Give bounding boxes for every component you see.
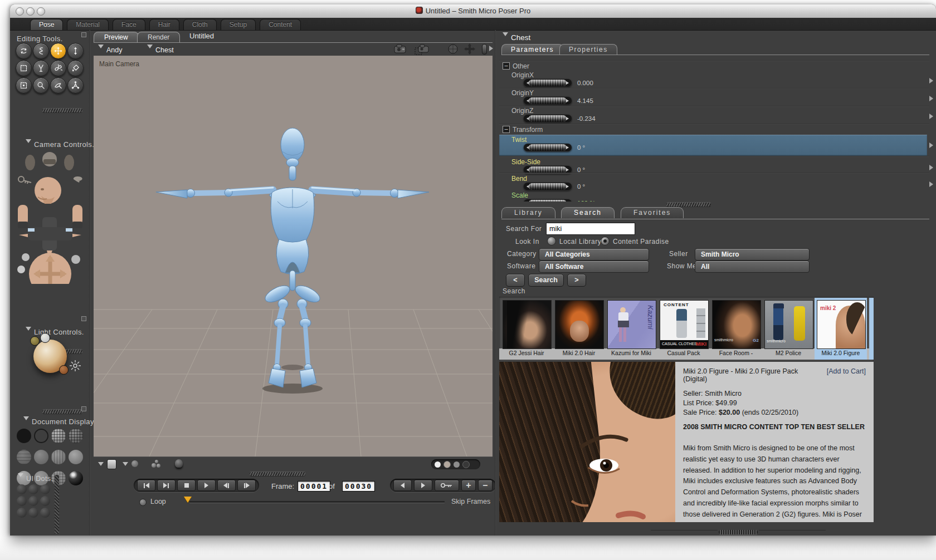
next-page-button[interactable]: > — [567, 274, 586, 287]
tracking-menu-icon[interactable] — [123, 462, 128, 469]
twist-tool-icon[interactable] — [33, 43, 49, 59]
add-key-button[interactable]: + — [461, 480, 476, 491]
tab-content[interactable]: Content — [260, 19, 301, 30]
library-resize-grip[interactable] — [719, 530, 758, 534]
tracking-ball-icon[interactable] — [131, 460, 138, 467]
tab-hair[interactable]: Hair — [149, 19, 179, 30]
mode-dot-4[interactable] — [462, 461, 470, 468]
param-originz-menu-arrow[interactable] — [929, 114, 936, 119]
ui-dot[interactable] — [40, 508, 50, 518]
direct-manipulation-tool-icon[interactable] — [67, 77, 84, 94]
result-thumb-miki-2-figure[interactable]: miki 2 — [817, 300, 866, 349]
display-hidden-line-icon[interactable] — [17, 450, 31, 464]
first-frame-button[interactable] — [137, 480, 155, 491]
result-thumb-miki-2-hair[interactable] — [555, 300, 604, 349]
step-back-button[interactable] — [217, 480, 236, 491]
param-scale-label[interactable]: Scale — [511, 191, 528, 199]
ui-dot[interactable] — [28, 508, 38, 518]
multi-ball-icon[interactable] — [152, 460, 160, 468]
local-library-radio[interactable] — [547, 237, 556, 245]
collapse-transform-group[interactable]: – — [503, 126, 510, 133]
trackball-icon[interactable] — [448, 44, 458, 54]
display-smooth-shaded-icon[interactable] — [69, 450, 83, 464]
result-label[interactable]: Miki 2.0 Figure — [816, 350, 865, 356]
search-input[interactable]: miki — [546, 223, 635, 235]
param-sideside-label[interactable]: Side-Side — [511, 158, 540, 166]
prev-page-button[interactable]: < — [506, 274, 525, 287]
ui-dot[interactable] — [17, 484, 27, 494]
skip-frames-label[interactable]: Skip Frames — [451, 498, 490, 505]
morphing-tool-icon[interactable] — [50, 77, 66, 94]
pane-select-icon[interactable] — [107, 459, 116, 469]
view-magnifier-tool-icon[interactable] — [33, 77, 49, 94]
display-wireframe-icon[interactable] — [51, 429, 66, 443]
ui-dot[interactable] — [40, 496, 50, 506]
camera-select-icon[interactable] — [415, 43, 430, 56]
partial-next-thumbnail[interactable] — [869, 298, 874, 360]
param-scale-dial[interactable] — [524, 199, 572, 202]
param-originy-menu-arrow[interactable] — [929, 96, 936, 101]
seller-dropdown[interactable]: Smith Micro — [695, 248, 810, 261]
camera-name-label[interactable]: Main Camera — [99, 60, 139, 68]
light-indicator-3[interactable] — [59, 365, 69, 375]
result-thumb-face-room[interactable]: smithmicro G2 — [712, 300, 761, 349]
mode-dot-2[interactable] — [443, 461, 451, 468]
tab-render[interactable]: Render — [137, 32, 180, 42]
param-originx-menu-arrow[interactable] — [929, 78, 936, 83]
content-paradise-label[interactable]: Content Paradise — [613, 238, 669, 245]
param-twist-dial[interactable] — [524, 144, 572, 151]
tab-properties[interactable]: Properties — [559, 44, 617, 55]
param-bend-menu-arrow[interactable] — [929, 181, 936, 187]
prev-key-button[interactable] — [393, 480, 412, 491]
result-label[interactable]: Miki 2.0 Hair — [554, 350, 603, 356]
product-image[interactable] — [499, 362, 675, 522]
camera-controls-cluster[interactable] — [13, 150, 87, 284]
local-library-label[interactable]: Local Library — [559, 238, 601, 245]
result-label[interactable]: Kazumi for Miki — [607, 350, 656, 356]
param-originy-label[interactable]: OriginY — [511, 89, 534, 97]
play-button[interactable] — [197, 480, 216, 491]
software-dropdown[interactable]: All Software — [539, 261, 649, 273]
tab-setup[interactable]: Setup — [221, 19, 256, 30]
timeline-resize-grip[interactable] — [250, 472, 305, 476]
show-me-dropdown[interactable]: All — [695, 261, 810, 273]
param-originz-value[interactable]: -0.234 — [577, 115, 596, 122]
param-scale-value[interactable]: 100 % — [577, 200, 596, 202]
result-label[interactable]: M2 Police — [764, 350, 813, 356]
display-flat-shaded-icon[interactable] — [51, 450, 66, 464]
rotate-tool-icon[interactable] — [16, 43, 32, 59]
current-frame-field[interactable]: 00001 — [298, 481, 330, 492]
result-thumb-kazumi-for-miki[interactable]: Kazumi — [607, 300, 656, 349]
panel-resize-grip[interactable] — [42, 410, 82, 414]
ui-dot[interactable] — [17, 508, 27, 518]
shaded-ball-icon[interactable] — [175, 459, 183, 468]
result-label[interactable]: Face Room - — [711, 350, 760, 356]
display-silhouette-icon[interactable] — [17, 429, 31, 443]
next-key-button[interactable] — [414, 480, 432, 491]
result-label[interactable]: Casual Pack — [659, 350, 708, 356]
param-originz-label[interactable]: OriginZ — [511, 107, 533, 115]
param-originy-value[interactable]: 4.145 — [577, 97, 593, 104]
translate-pull-tool-icon[interactable] — [50, 43, 66, 59]
light-indicator-2[interactable] — [40, 333, 50, 343]
panel-resize-grip[interactable] — [666, 203, 711, 207]
panel-resize-grip[interactable] — [42, 109, 82, 112]
tab-face[interactable]: Face — [113, 19, 145, 30]
param-bend-label[interactable]: Bend — [511, 175, 527, 183]
result-thumb-casual-pack[interactable]: CONTENT CASUAL CLOTHES MIKI — [660, 300, 709, 349]
param-twist-menu-arrow[interactable] — [929, 143, 936, 148]
light-indicator-1[interactable] — [30, 336, 40, 346]
main-viewport[interactable]: Main Camera — [94, 56, 493, 456]
step-forward-button[interactable] — [237, 480, 256, 491]
taper-tool-icon[interactable] — [33, 60, 49, 76]
tab-parameters[interactable]: Parameters — [501, 44, 563, 55]
panel-corner-button[interactable] — [81, 316, 86, 321]
translate-in-out-tool-icon[interactable] — [67, 43, 84, 59]
param-originy-dial[interactable] — [524, 97, 572, 105]
chain-break-tool-icon[interactable] — [50, 60, 66, 76]
camera-view-icon[interactable] — [393, 43, 408, 55]
grouping-tool-icon[interactable] — [16, 77, 32, 94]
category-dropdown[interactable]: All Categories — [539, 248, 649, 261]
collapse-other-group[interactable]: – — [503, 62, 510, 70]
key-button[interactable] — [435, 480, 459, 491]
